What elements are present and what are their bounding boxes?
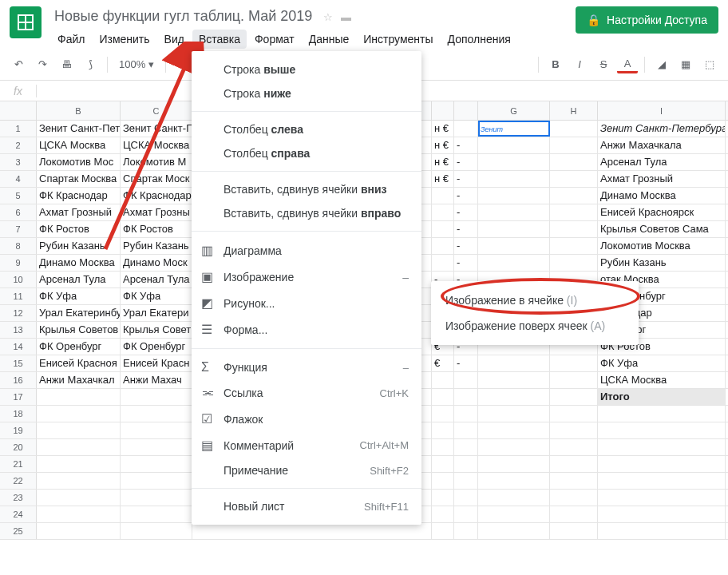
cell[interactable] xyxy=(432,473,454,489)
cell[interactable]: Зенит Санкт-Пет xyxy=(37,121,121,137)
cell[interactable] xyxy=(454,389,478,405)
row-header[interactable]: 1 xyxy=(0,121,37,137)
cell[interactable]: - xyxy=(454,355,478,371)
cell[interactable]: - xyxy=(454,238,478,254)
row-header[interactable]: 12 xyxy=(0,305,37,321)
cell[interactable] xyxy=(432,238,454,254)
cell[interactable]: н € xyxy=(432,171,454,187)
menu-вид[interactable]: Вид xyxy=(158,30,191,49)
cell[interactable] xyxy=(478,188,550,204)
menu-item[interactable]: Строка выше xyxy=(192,58,421,81)
cell[interactable] xyxy=(37,473,121,489)
cell[interactable]: Енисей Красноя xyxy=(37,355,121,371)
undo-button[interactable]: ↶ xyxy=(8,54,29,75)
cell[interactable] xyxy=(37,490,121,506)
cell[interactable] xyxy=(598,406,726,422)
cell[interactable] xyxy=(432,523,454,539)
cell[interactable] xyxy=(550,121,598,137)
cell[interactable] xyxy=(550,255,598,271)
cell[interactable] xyxy=(454,406,478,422)
cell[interactable]: Зенит Санкт-Петербург xyxy=(598,121,726,137)
cell[interactable] xyxy=(478,154,550,170)
cell[interactable] xyxy=(478,221,550,237)
cell[interactable]: ЦСКА Москва xyxy=(598,372,726,388)
cell[interactable] xyxy=(550,506,598,522)
cell[interactable] xyxy=(432,221,454,237)
cell[interactable] xyxy=(454,372,478,388)
cell[interactable] xyxy=(478,238,550,254)
cell[interactable] xyxy=(478,506,550,522)
cell[interactable] xyxy=(37,422,121,438)
row-header[interactable]: 14 xyxy=(0,339,37,355)
menu-item[interactable]: ◩Рисунок... xyxy=(192,290,421,316)
zoom-select[interactable]: 100%▾ xyxy=(114,58,159,70)
col-header[interactable]: I xyxy=(598,101,726,120)
cell[interactable] xyxy=(121,473,192,489)
cell[interactable] xyxy=(478,372,550,388)
cell[interactable] xyxy=(478,389,550,405)
cell[interactable] xyxy=(598,506,726,522)
cell[interactable] xyxy=(454,506,478,522)
cell[interactable]: ФК Краснодар xyxy=(121,188,192,204)
star-icon[interactable]: ☆ xyxy=(323,11,333,23)
folder-icon[interactable]: ▬ xyxy=(341,11,351,23)
cell[interactable] xyxy=(478,406,550,422)
menu-item[interactable]: Строка ниже xyxy=(192,81,421,105)
menu-item[interactable]: ☰Форма... xyxy=(192,316,421,343)
cell[interactable] xyxy=(550,389,598,405)
row-header[interactable]: 21 xyxy=(0,456,37,472)
cell[interactable]: Крылья Советов Сама xyxy=(598,221,726,237)
cell[interactable] xyxy=(550,204,598,220)
cell[interactable]: Ахмат Грозны xyxy=(121,204,192,220)
row-header[interactable]: 23 xyxy=(0,490,37,506)
cell[interactable]: ФК Оренбург xyxy=(121,339,192,355)
cell[interactable]: Итого xyxy=(598,389,726,405)
cell[interactable] xyxy=(478,473,550,489)
cell[interactable] xyxy=(550,439,598,455)
cell[interactable]: Енисей Красн xyxy=(121,355,192,371)
row-header[interactable]: 7 xyxy=(0,221,37,237)
bold-button[interactable]: B xyxy=(545,54,566,75)
cell[interactable] xyxy=(454,121,478,137)
cell[interactable] xyxy=(454,422,478,438)
cell[interactable] xyxy=(478,255,550,271)
cell[interactable]: ФК Уфа xyxy=(121,288,192,304)
cell[interactable] xyxy=(598,456,726,472)
menu-item[interactable]: Столбец слева xyxy=(192,117,421,141)
row-header[interactable]: 13 xyxy=(0,322,37,338)
cell[interactable] xyxy=(454,490,478,506)
cell[interactable] xyxy=(432,456,454,472)
submenu-item[interactable]: Изображение в ячейке (I) xyxy=(431,288,639,313)
cell[interactable] xyxy=(121,506,192,522)
row-header[interactable]: 6 xyxy=(0,204,37,220)
cell[interactable] xyxy=(37,389,121,405)
cell[interactable] xyxy=(454,439,478,455)
cell[interactable]: Анжи Махачкала xyxy=(598,137,726,153)
cell[interactable] xyxy=(478,422,550,438)
cell[interactable] xyxy=(550,523,598,539)
cell[interactable] xyxy=(432,406,454,422)
cell[interactable] xyxy=(454,473,478,489)
cell[interactable]: Рубин Казань xyxy=(37,238,121,254)
cell[interactable] xyxy=(432,389,454,405)
row-header[interactable]: 5 xyxy=(0,188,37,204)
document-title[interactable]: Новые функции гугл таблиц. Май 2019 xyxy=(51,6,315,26)
cell[interactable] xyxy=(550,406,598,422)
cell[interactable] xyxy=(121,439,192,455)
select-all-corner[interactable] xyxy=(0,101,37,120)
menu-item[interactable]: Вставить, сдвинув ячейки вправо xyxy=(192,201,421,225)
cell[interactable]: - xyxy=(454,154,478,170)
cell[interactable] xyxy=(121,422,192,438)
cell[interactable]: ФК Ростов xyxy=(121,221,192,237)
submenu-item[interactable]: Изображение поверх ячеек (A) xyxy=(431,313,639,339)
cell[interactable]: Зенит Санкт-П xyxy=(121,121,192,137)
cell[interactable] xyxy=(121,389,192,405)
row-header[interactable]: 22 xyxy=(0,473,37,489)
menu-формат[interactable]: Формат xyxy=(248,30,301,49)
cell[interactable] xyxy=(478,523,550,539)
cell[interactable] xyxy=(550,238,598,254)
cell[interactable]: Рубин Казань xyxy=(121,238,192,254)
menu-данные[interactable]: Данные xyxy=(303,30,356,49)
merge-button[interactable]: ⬚ xyxy=(699,54,720,75)
cell[interactable]: - xyxy=(454,171,478,187)
